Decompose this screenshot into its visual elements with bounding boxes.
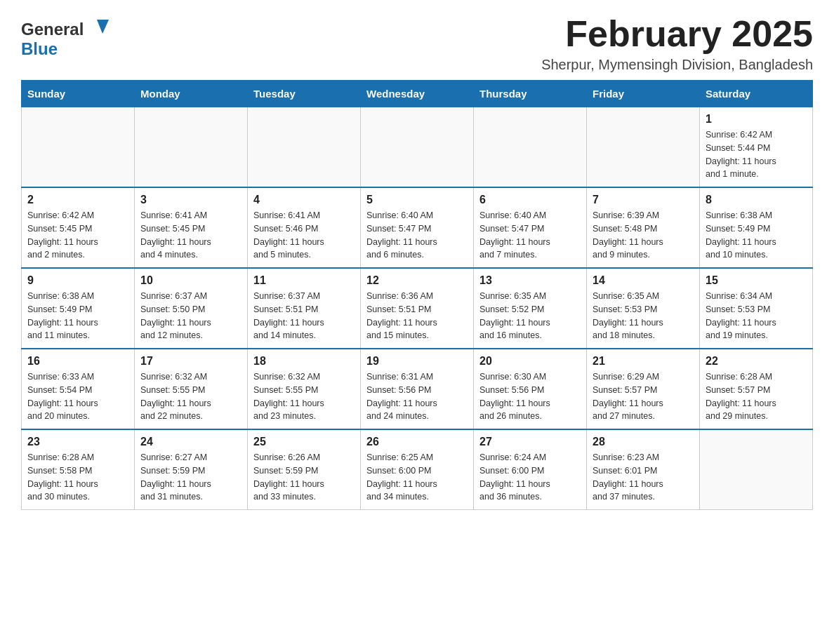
col-tuesday: Tuesday <box>248 81 361 107</box>
calendar-header: Sunday Monday Tuesday Wednesday Thursday… <box>22 81 813 107</box>
calendar-cell: 13Sunrise: 6:35 AM Sunset: 5:52 PM Dayli… <box>474 268 587 349</box>
calendar-week-4: 16Sunrise: 6:33 AM Sunset: 5:54 PM Dayli… <box>22 349 813 429</box>
calendar-cell: 2Sunrise: 6:42 AM Sunset: 5:45 PM Daylig… <box>22 187 135 268</box>
day-info: Sunrise: 6:33 AM Sunset: 5:54 PM Dayligh… <box>27 370 128 423</box>
day-info: Sunrise: 6:37 AM Sunset: 5:50 PM Dayligh… <box>140 290 241 342</box>
day-number: 16 <box>27 355 128 368</box>
calendar-cell: 12Sunrise: 6:36 AM Sunset: 5:51 PM Dayli… <box>361 268 474 349</box>
day-info: Sunrise: 6:42 AM Sunset: 5:44 PM Dayligh… <box>706 128 807 181</box>
calendar-cell: 10Sunrise: 6:37 AM Sunset: 5:50 PM Dayli… <box>135 268 248 349</box>
header: General Blue February 2025 Sherpur, Myme… <box>21 14 813 73</box>
day-number: 6 <box>479 194 581 206</box>
day-info: Sunrise: 6:31 AM Sunset: 5:56 PM Dayligh… <box>366 370 468 423</box>
calendar-cell: 24Sunrise: 6:27 AM Sunset: 5:59 PM Dayli… <box>135 429 248 510</box>
calendar-cell: 6Sunrise: 6:40 AM Sunset: 5:47 PM Daylig… <box>474 187 587 268</box>
day-info: Sunrise: 6:24 AM Sunset: 6:00 PM Dayligh… <box>479 451 581 504</box>
calendar-cell: 7Sunrise: 6:39 AM Sunset: 5:48 PM Daylig… <box>587 187 700 268</box>
calendar-week-5: 23Sunrise: 6:28 AM Sunset: 5:58 PM Dayli… <box>22 429 813 510</box>
calendar-cell: 14Sunrise: 6:35 AM Sunset: 5:53 PM Dayli… <box>587 268 700 349</box>
calendar-cell <box>587 107 700 188</box>
svg-marker-1 <box>97 20 109 34</box>
calendar-cell: 16Sunrise: 6:33 AM Sunset: 5:54 PM Dayli… <box>22 349 135 429</box>
day-number: 20 <box>479 355 581 368</box>
calendar-cell <box>361 107 474 188</box>
calendar-cell: 19Sunrise: 6:31 AM Sunset: 5:56 PM Dayli… <box>361 349 474 429</box>
calendar-table: Sunday Monday Tuesday Wednesday Thursday… <box>21 80 813 510</box>
calendar-cell: 17Sunrise: 6:32 AM Sunset: 5:55 PM Dayli… <box>135 349 248 429</box>
day-number: 1 <box>706 113 807 126</box>
day-info: Sunrise: 6:39 AM Sunset: 5:48 PM Dayligh… <box>593 209 694 262</box>
day-number: 22 <box>706 355 807 368</box>
day-info: Sunrise: 6:41 AM Sunset: 5:46 PM Dayligh… <box>253 209 355 262</box>
day-info: Sunrise: 6:35 AM Sunset: 5:52 PM Dayligh… <box>479 290 581 342</box>
day-number: 28 <box>593 436 694 448</box>
day-info: Sunrise: 6:27 AM Sunset: 5:59 PM Dayligh… <box>140 451 241 504</box>
col-saturday: Saturday <box>700 81 813 107</box>
day-number: 17 <box>140 355 241 368</box>
calendar-cell: 3Sunrise: 6:41 AM Sunset: 5:45 PM Daylig… <box>135 187 248 268</box>
day-number: 19 <box>366 355 468 368</box>
calendar-cell: 26Sunrise: 6:25 AM Sunset: 6:00 PM Dayli… <box>361 429 474 510</box>
calendar-cell: 25Sunrise: 6:26 AM Sunset: 5:59 PM Dayli… <box>248 429 361 510</box>
calendar-week-2: 2Sunrise: 6:42 AM Sunset: 5:45 PM Daylig… <box>22 187 813 268</box>
day-number: 5 <box>366 194 468 206</box>
calendar-cell: 5Sunrise: 6:40 AM Sunset: 5:47 PM Daylig… <box>361 187 474 268</box>
calendar-cell: 28Sunrise: 6:23 AM Sunset: 6:01 PM Dayli… <box>587 429 700 510</box>
calendar-cell: 20Sunrise: 6:30 AM Sunset: 5:56 PM Dayli… <box>474 349 587 429</box>
calendar-cell <box>135 107 248 188</box>
day-info: Sunrise: 6:42 AM Sunset: 5:45 PM Dayligh… <box>27 209 128 262</box>
day-info: Sunrise: 6:34 AM Sunset: 5:53 PM Dayligh… <box>706 290 807 342</box>
logo-svg: General Blue <box>21 14 112 60</box>
calendar-cell: 22Sunrise: 6:28 AM Sunset: 5:57 PM Dayli… <box>700 349 813 429</box>
col-wednesday: Wednesday <box>361 81 474 107</box>
col-sunday: Sunday <box>22 81 135 107</box>
day-info: Sunrise: 6:28 AM Sunset: 5:58 PM Dayligh… <box>27 451 128 504</box>
day-number: 27 <box>479 436 581 448</box>
col-thursday: Thursday <box>474 81 587 107</box>
day-info: Sunrise: 6:38 AM Sunset: 5:49 PM Dayligh… <box>27 290 128 342</box>
day-number: 7 <box>593 194 694 206</box>
day-info: Sunrise: 6:23 AM Sunset: 6:01 PM Dayligh… <box>593 451 694 504</box>
col-friday: Friday <box>587 81 700 107</box>
calendar-cell: 8Sunrise: 6:38 AM Sunset: 5:49 PM Daylig… <box>700 187 813 268</box>
day-info: Sunrise: 6:38 AM Sunset: 5:49 PM Dayligh… <box>706 209 807 262</box>
day-number: 3 <box>140 194 241 206</box>
col-monday: Monday <box>135 81 248 107</box>
calendar-cell <box>474 107 587 188</box>
day-number: 2 <box>27 194 128 206</box>
calendar-cell: 21Sunrise: 6:29 AM Sunset: 5:57 PM Dayli… <box>587 349 700 429</box>
day-info: Sunrise: 6:37 AM Sunset: 5:51 PM Dayligh… <box>253 290 355 342</box>
day-number: 24 <box>140 436 241 448</box>
day-info: Sunrise: 6:25 AM Sunset: 6:00 PM Dayligh… <box>366 451 468 504</box>
calendar-cell: 11Sunrise: 6:37 AM Sunset: 5:51 PM Dayli… <box>248 268 361 349</box>
calendar-cell: 23Sunrise: 6:28 AM Sunset: 5:58 PM Dayli… <box>22 429 135 510</box>
day-info: Sunrise: 6:36 AM Sunset: 5:51 PM Dayligh… <box>366 290 468 342</box>
page-title: February 2025 <box>541 14 813 54</box>
calendar-cell: 18Sunrise: 6:32 AM Sunset: 5:55 PM Dayli… <box>248 349 361 429</box>
day-info: Sunrise: 6:30 AM Sunset: 5:56 PM Dayligh… <box>479 370 581 423</box>
day-number: 10 <box>140 274 241 287</box>
day-number: 14 <box>593 274 694 287</box>
calendar-cell: 9Sunrise: 6:38 AM Sunset: 5:49 PM Daylig… <box>22 268 135 349</box>
day-number: 26 <box>366 436 468 448</box>
logo-area: General Blue <box>21 14 112 60</box>
day-info: Sunrise: 6:26 AM Sunset: 5:59 PM Dayligh… <box>253 451 355 504</box>
calendar-cell: 1Sunrise: 6:42 AM Sunset: 5:44 PM Daylig… <box>700 107 813 188</box>
calendar-cell: 27Sunrise: 6:24 AM Sunset: 6:00 PM Dayli… <box>474 429 587 510</box>
day-number: 18 <box>253 355 355 368</box>
day-number: 8 <box>706 194 807 206</box>
page-subtitle: Sherpur, Mymensingh Division, Bangladesh <box>541 57 813 73</box>
day-info: Sunrise: 6:40 AM Sunset: 5:47 PM Dayligh… <box>479 209 581 262</box>
day-info: Sunrise: 6:32 AM Sunset: 5:55 PM Dayligh… <box>253 370 355 423</box>
calendar-cell <box>22 107 135 188</box>
day-info: Sunrise: 6:40 AM Sunset: 5:47 PM Dayligh… <box>366 209 468 262</box>
calendar-week-1: 1Sunrise: 6:42 AM Sunset: 5:44 PM Daylig… <box>22 107 813 188</box>
day-number: 12 <box>366 274 468 287</box>
calendar-body: 1Sunrise: 6:42 AM Sunset: 5:44 PM Daylig… <box>22 107 813 510</box>
day-number: 13 <box>479 274 581 287</box>
day-number: 21 <box>593 355 694 368</box>
calendar-cell <box>248 107 361 188</box>
day-info: Sunrise: 6:35 AM Sunset: 5:53 PM Dayligh… <box>593 290 694 342</box>
svg-text:Blue: Blue <box>21 39 58 58</box>
calendar-cell: 15Sunrise: 6:34 AM Sunset: 5:53 PM Dayli… <box>700 268 813 349</box>
